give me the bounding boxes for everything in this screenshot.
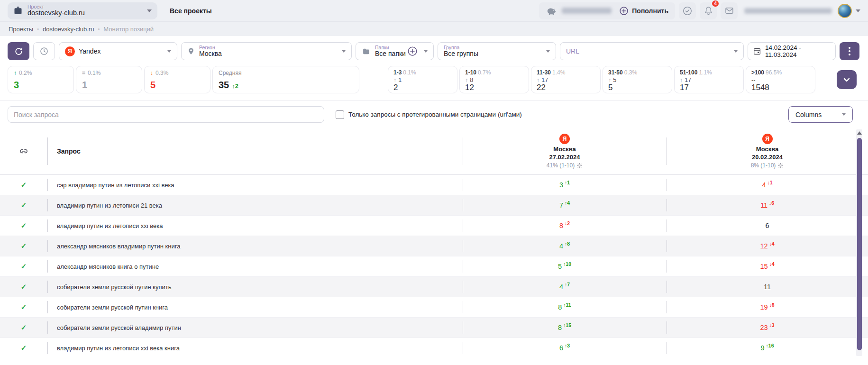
breadcrumb-current: Монитор позиций xyxy=(103,26,154,33)
check-icon: ✓ xyxy=(21,221,27,230)
envelope-icon xyxy=(724,6,734,16)
breadcrumb-project[interactable]: dostoevsky-club.ru xyxy=(43,26,94,33)
up-arrow-icon: ↑ xyxy=(537,77,539,83)
position-cell[interactable]: 4↑7 xyxy=(463,277,667,297)
table-row[interactable]: ✓ александр мясников книга о путине 5↑10… xyxy=(0,256,868,276)
chevron-down-icon xyxy=(147,9,152,12)
position-cell[interactable]: 23↓3 xyxy=(667,318,868,338)
position-cell[interactable]: 3↑1 xyxy=(463,175,667,195)
query-column-header[interactable]: Запрос xyxy=(57,147,81,155)
stat-card-range-51-100[interactable]: 51-1001.1% ↑17 17 xyxy=(674,66,744,93)
notifications-button[interactable]: 4 xyxy=(700,2,717,19)
region-value: Москва xyxy=(199,50,222,57)
stat-card-range-31-50[interactable]: 31-500.3% ↑5 5 xyxy=(603,66,672,93)
query-text: собиратели земли русской владимир путин xyxy=(57,324,181,331)
stat-card-range-1-3[interactable]: 1-30.1% ↑1 2 xyxy=(388,66,457,93)
groups-select[interactable]: Группа Все группы xyxy=(438,42,556,60)
up-arrow-icon: ↑ xyxy=(608,77,611,83)
search-input[interactable] xyxy=(8,106,324,123)
table-row[interactable]: ✓ владимир путин из летописи 21 века 7↑4… xyxy=(0,195,868,215)
scrollbar-thumb[interactable] xyxy=(857,138,862,350)
region-select[interactable]: Регион Москва xyxy=(181,42,352,60)
gear-icon[interactable] xyxy=(777,163,784,169)
checkbox[interactable] xyxy=(336,110,344,119)
breadcrumb: Проекты • dostoevsky-club.ru • Монитор п… xyxy=(0,22,868,36)
search-engine-select[interactable]: Я Yandex xyxy=(59,42,177,60)
position-cell[interactable]: 9↑16 xyxy=(667,338,868,357)
table-row[interactable]: ✓ собиратели земли русской путин купить … xyxy=(0,276,868,297)
date-range-picker[interactable]: 14.02.2024 - 11.03.2024 xyxy=(748,42,836,60)
project-selector[interactable]: Проект dostoevsky-club.ru xyxy=(8,2,157,19)
position-cell[interactable]: 11 xyxy=(667,277,868,297)
url-select[interactable]: URL xyxy=(560,42,744,60)
table-row[interactable]: ✓ владимир путин из летописи xxi века 8↓… xyxy=(0,215,868,236)
query-text: сэр владимир путин из летописи xxi века xyxy=(57,182,174,189)
check-icon: ✓ xyxy=(21,303,27,311)
up-arrow-icon: ↑ xyxy=(393,77,396,83)
check-icon: ✓ xyxy=(21,323,27,332)
position-cell[interactable]: 6 xyxy=(667,216,868,236)
position-cell[interactable]: 4↓1 xyxy=(667,175,868,195)
stat-card-down[interactable]: ↓0.3% 5 xyxy=(144,66,210,93)
plus-circle-icon xyxy=(619,6,629,16)
table-row[interactable]: ✓ собиратели земли русской владимир пути… xyxy=(0,317,868,338)
position-cell[interactable]: 19↓6 xyxy=(667,297,868,317)
check-icon: ✓ xyxy=(21,283,27,291)
table-row[interactable]: ✓ александр мясников владимир путин книг… xyxy=(0,236,868,256)
history-button[interactable] xyxy=(33,42,55,60)
position-value: 6 xyxy=(559,344,563,352)
position-value: 8 xyxy=(559,222,563,229)
up-arrow-icon: ↑ xyxy=(14,70,17,76)
all-projects-link[interactable]: Все проекты xyxy=(170,7,212,15)
stat-card-range-over-100[interactable]: >10096.5% -- 1548 xyxy=(746,66,815,93)
column-header-yandex-27-02[interactable]: Я Москва 27.02.2024 41% (1-10) xyxy=(463,128,667,174)
topup-button[interactable]: Пополнить xyxy=(619,6,668,16)
chevron-down-icon xyxy=(842,113,846,116)
stat-card-range-1-10[interactable]: 1-100.7% ↑8 12 xyxy=(459,66,529,93)
position-value: 7 xyxy=(559,201,563,209)
scroll-up-arrow-icon[interactable] xyxy=(857,131,862,135)
position-change: ↑4 xyxy=(565,200,570,206)
bell-icon xyxy=(704,6,713,16)
position-cell[interactable]: 8↓2 xyxy=(463,216,667,236)
stat-card-average[interactable]: Средняя 35↑2 xyxy=(212,66,359,93)
avatar[interactable] xyxy=(838,4,852,18)
position-cell[interactable]: 12↓4 xyxy=(667,236,868,256)
yandex-logo-icon: Я xyxy=(559,134,570,144)
column-header-yandex-20-02[interactable]: Я Москва 20.02.2024 8% (1-10) xyxy=(667,128,868,174)
stat-card-up[interactable]: ↑0.2% 3 xyxy=(8,66,74,93)
position-value: 11 xyxy=(760,201,767,209)
messages-button[interactable] xyxy=(721,2,738,19)
stat-card-equal[interactable]: =0.1% 1 xyxy=(76,66,142,93)
position-cell[interactable]: 11↓6 xyxy=(667,195,868,215)
tasks-button[interactable] xyxy=(679,2,696,19)
account-menu-caret[interactable] xyxy=(856,9,860,12)
vertical-scrollbar[interactable] xyxy=(856,129,862,356)
columns-button[interactable]: Columns xyxy=(788,106,853,123)
position-cell[interactable]: 8↑11 xyxy=(463,297,667,317)
add-folder-button[interactable] xyxy=(407,46,418,56)
more-options-button[interactable] xyxy=(840,42,859,60)
position-cell[interactable]: 4↑8 xyxy=(463,236,667,256)
position-change: ↓6 xyxy=(769,302,775,308)
groups-value: Все группы xyxy=(444,50,478,57)
position-cell[interactable]: 5↑10 xyxy=(463,256,667,276)
user-email-redacted xyxy=(744,8,832,14)
position-cell[interactable]: 7↑4 xyxy=(463,195,667,215)
stat-card-range-11-30[interactable]: 11-301.4% ↑17 22 xyxy=(531,66,601,93)
table-row[interactable]: ✓ сэр владимир путин из летописи xxi век… xyxy=(0,174,868,195)
position-cell[interactable]: 15↓4 xyxy=(667,256,868,276)
folders-select[interactable]: Папки Все папки xyxy=(356,42,434,60)
position-value: 4 xyxy=(559,242,563,250)
table-row[interactable]: ✓ владимир путин из летописи xxi века кн… xyxy=(0,338,868,357)
breadcrumb-projects[interactable]: Проекты xyxy=(9,26,33,33)
position-cell[interactable]: 6↑3 xyxy=(463,338,667,357)
table-row[interactable]: ✓ собиратели земли русской путин книга 8… xyxy=(0,297,868,317)
expand-stats-button[interactable] xyxy=(837,70,857,89)
stats-bar: ↑0.2% 3 =0.1% 1 ↓0.3% 5 Средняя 35↑2 1-3… xyxy=(0,65,868,100)
folders-value: Все папки xyxy=(375,50,406,57)
refresh-button[interactable] xyxy=(8,42,29,60)
position-cell[interactable]: 8↑15 xyxy=(463,318,667,338)
gear-icon[interactable] xyxy=(576,163,583,169)
tagged-pages-filter[interactable]: Только запросы с протегированными страни… xyxy=(336,110,522,119)
